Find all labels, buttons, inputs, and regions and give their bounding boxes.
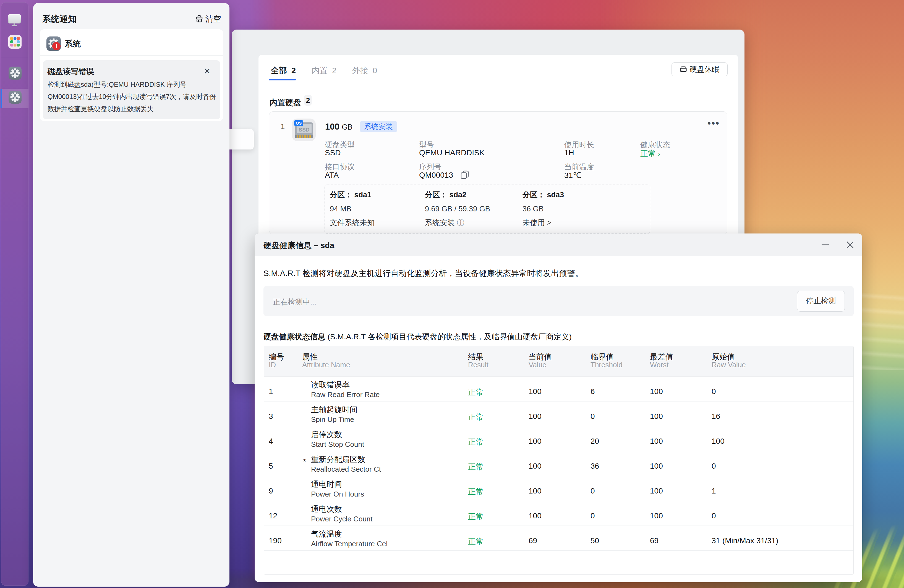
svg-text:OS: OS [296, 121, 302, 125]
svg-text:SSD: SSD [299, 127, 309, 132]
